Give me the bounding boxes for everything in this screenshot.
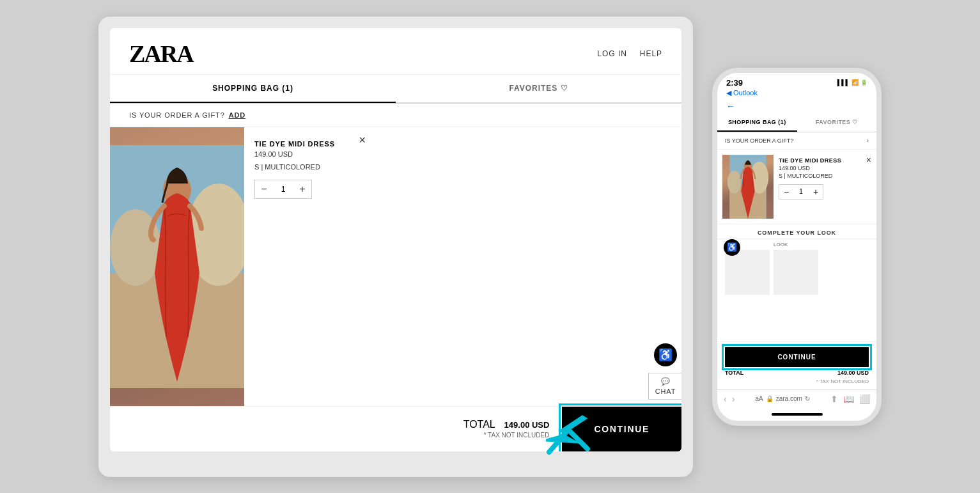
accessibility-icon: ♿ <box>658 348 673 362</box>
phone-status-icons: ▌▌▌ 📶 🔋 <box>837 79 867 86</box>
remove-product-button[interactable]: × <box>359 134 366 147</box>
wifi-icon: 📶 <box>852 79 859 86</box>
phone-mockup: 2:39 ▌▌▌ 📶 🔋 ◀ Outlook ← SHOPPING BAG (1… <box>712 68 882 426</box>
quantity-value: 1 <box>273 185 293 194</box>
phone-product-row: × TIE DYE MIDI DRESS 149.00 USD S | MULT… <box>717 150 876 224</box>
phone-remove-button[interactable]: × <box>866 155 871 165</box>
phone-home-indicator <box>717 408 876 421</box>
product-image <box>110 127 244 406</box>
chat-button[interactable]: 💬 CHAT <box>648 373 681 400</box>
arrow-svg <box>546 411 591 455</box>
bookmarks-icon[interactable]: 📖 <box>843 394 854 404</box>
product-spacer <box>372 127 649 406</box>
svg-point-9 <box>727 171 741 194</box>
phone-decrease-qty[interactable]: − <box>779 185 793 199</box>
laptop-screen: ZARA LOG IN HELP SHOPPING BAG (1) FAVORI… <box>110 28 681 451</box>
decrease-quantity-button[interactable]: − <box>255 180 273 198</box>
phone-look-2: LOOK <box>774 242 818 295</box>
phone-total-label: TOTAL <box>725 370 743 376</box>
phone-browser-bar: ‹ › aA 🔒 zara.com ↻ ⬆ 📖 ⬜ <box>717 389 876 408</box>
phone-nav-arrows: ‹ › <box>724 394 735 404</box>
phone-quantity-control: − 1 + <box>779 184 823 200</box>
phone-home-bar <box>772 413 823 416</box>
product-variant: S | MULTICOLORED <box>254 163 362 171</box>
phone-content: × TIE DYE MIDI DRESS 149.00 USD S | MULT… <box>717 150 876 341</box>
url-text: zara.com <box>776 395 802 402</box>
gift-add-link[interactable]: ADD <box>229 111 245 119</box>
phone-status-bar: 2:39 ▌▌▌ 📶 🔋 <box>717 73 876 89</box>
forward-nav-icon[interactable]: › <box>732 394 735 404</box>
phone-browser-icons: ⬆ 📖 ⬜ <box>830 394 870 404</box>
lock-icon: 🔒 <box>766 395 774 402</box>
laptop-frame: ZARA LOG IN HELP SHOPPING BAG (1) FAVORI… <box>98 17 693 477</box>
gift-bar: IS YOUR ORDER A GIFT? ADD <box>110 104 681 127</box>
phone-accessibility-area: ♿ <box>717 297 876 317</box>
phone-look-label-2: LOOK <box>774 242 818 247</box>
phone-product-price: 149.00 USD <box>779 165 871 171</box>
product-name: TIE DYE MIDI DRESS <box>254 140 362 148</box>
login-link[interactable]: LOG IN <box>597 49 626 58</box>
product-image-col <box>110 127 244 406</box>
dress-illustration <box>110 127 244 406</box>
arrow-overlay <box>546 411 591 458</box>
phone-product-variant: S | MULTICOLORED <box>779 173 871 179</box>
laptop-mockup: ZARA LOG IN HELP SHOPPING BAG (1) FAVORI… <box>98 17 693 477</box>
increase-quantity-button[interactable]: + <box>293 180 311 198</box>
phone-gift-arrow: › <box>867 137 869 144</box>
phone-tax-note: * TAX NOT INCLUDED <box>725 379 869 384</box>
phone-time: 2:39 <box>726 78 743 88</box>
site-header: ZARA LOG IN HELP <box>110 28 681 75</box>
phone-bottom-bar: CONTINUE TOTAL 149.00 USD * TAX NOT INCL… <box>717 341 876 389</box>
phone-tab-favorites[interactable]: FAVORITES ♡ <box>797 114 877 132</box>
chat-icon: 💬 <box>661 377 671 386</box>
tabs-bar: SHOPPING BAG (1) FAVORITES ♡ <box>110 75 681 104</box>
phone-gift-bar: IS YOUR ORDER A GIFT? › <box>717 132 876 150</box>
phone-accessibility-button[interactable]: ♿ <box>724 239 740 256</box>
bottom-bar: TOTAL 149.00 USD * TAX NOT INCLUDED CONT… <box>110 406 681 451</box>
share-icon[interactable]: ⬆ <box>830 394 838 404</box>
chat-label: CHAT <box>655 387 676 395</box>
phone-accessibility-icon: ♿ <box>727 242 737 252</box>
accessibility-button[interactable]: ♿ <box>654 343 677 366</box>
gift-question: IS YOUR ORDER A GIFT? <box>129 111 225 119</box>
phone-total-row: TOTAL 149.00 USD <box>725 370 869 376</box>
reload-icon[interactable]: ↻ <box>805 395 810 402</box>
phone-dress-svg <box>722 155 774 219</box>
outlook-label: ◀ Outlook <box>726 89 758 97</box>
tax-note: * TAX NOT INCLUDED <box>463 432 550 439</box>
back-nav-icon[interactable]: ‹ <box>724 394 727 404</box>
phone-tabs-bar: SHOPPING BAG (1) FAVORITES ♡ <box>717 114 876 132</box>
phone-tab-bag[interactable]: SHOPPING BAG (1) <box>717 114 797 132</box>
outlook-bar: ◀ Outlook <box>717 89 876 100</box>
quantity-control: − 1 + <box>254 180 312 199</box>
phone-complete-look: COMPLETE YOUR LOOK <box>717 224 876 239</box>
total-amount: 149.00 USD <box>504 420 550 430</box>
phone-product-info: × TIE DYE MIDI DRESS 149.00 USD S | MULT… <box>779 155 871 219</box>
battery-icon: 🔋 <box>860 79 867 86</box>
header-links: LOG IN HELP <box>597 49 662 58</box>
help-link[interactable]: HELP <box>640 49 662 58</box>
product-price: 149.00 USD <box>254 150 362 158</box>
phone-url-bar: aA 🔒 zara.com ↻ <box>755 395 809 402</box>
tabs-icon[interactable]: ⬜ <box>859 394 870 404</box>
phone-product-image <box>722 155 774 219</box>
phone-product-name: TIE DYE MIDI DRESS <box>779 157 871 164</box>
phone-look-image-1 <box>725 250 770 295</box>
phone-gift-text: IS YOUR ORDER A GIFT? <box>725 137 793 144</box>
total-label: TOTAL <box>463 419 495 430</box>
signal-icon: ▌▌▌ <box>837 79 850 86</box>
product-details: × TIE DYE MIDI DRESS 149.00 USD S | MULT… <box>244 127 372 406</box>
product-row: × TIE DYE MIDI DRESS 149.00 USD S | MULT… <box>110 127 681 406</box>
tab-favorites[interactable]: FAVORITES ♡ <box>396 75 681 103</box>
phone-quantity-value: 1 <box>793 188 809 195</box>
phone-back-button[interactable]: ← <box>717 100 876 114</box>
phone-look-row: LOOK LOOK <box>717 239 876 297</box>
font-size-control[interactable]: aA <box>755 395 763 402</box>
phone-total-amount: 149.00 USD <box>837 370 869 376</box>
phone-continue-button[interactable]: CONTINUE <box>725 347 869 367</box>
phone-look-image-2 <box>774 250 818 295</box>
right-panel: ♿ 💬 CHAT <box>649 127 681 406</box>
tab-shopping-bag[interactable]: SHOPPING BAG (1) <box>110 75 396 103</box>
zara-logo: ZARA <box>129 40 193 68</box>
phone-increase-qty[interactable]: + <box>809 185 823 199</box>
